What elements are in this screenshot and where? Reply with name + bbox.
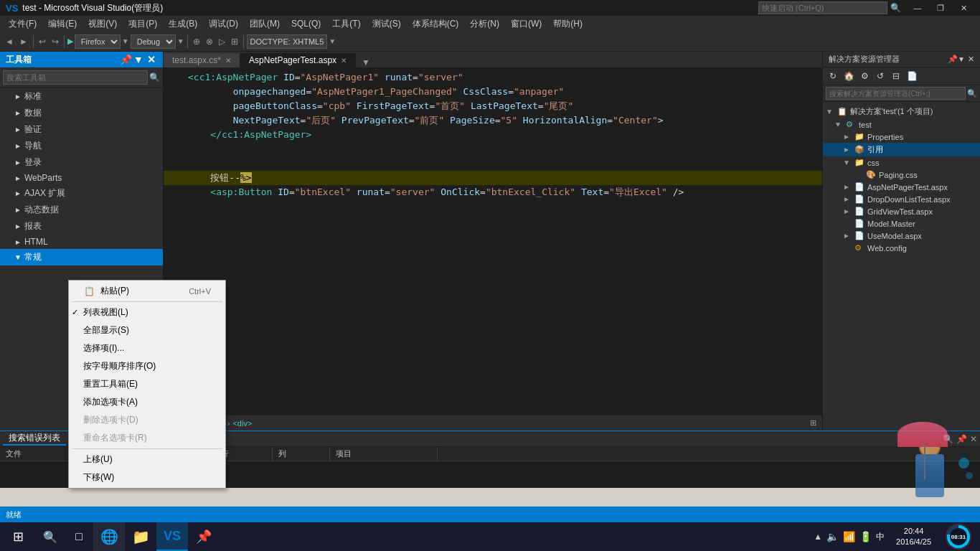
solution-search-input[interactable] [826,87,966,100]
toolbox-category-WebParts[interactable]: ►WebParts [0,171,163,185]
toolbar-icon4[interactable]: ⊞ [229,37,240,47]
tab-close-icon[interactable]: ✕ [225,57,231,65]
doctype-label: DOCTYPE: XHTML5 [247,34,328,49]
menu-item-P[interactable]: 项目(P) [123,16,163,32]
solution-close-icon[interactable]: ✕ [968,55,974,64]
toolbox-category-标准[interactable]: ►标准 [0,88,163,105]
code-editor[interactable]: <cc1:AspNetPager ID="AspNetPager1" runat… [164,67,822,415]
redo-icon[interactable]: ↪ [50,37,61,47]
context-menu-item-6[interactable]: 添加选项卡(A) [69,393,225,411]
editor-tab-AspNetPagerTestaspx[interactable]: AspNetPagerTest.aspx✕ [240,53,356,67]
task-view-button[interactable]: □ [65,522,93,551]
menu-item-T[interactable]: 工具(T) [326,16,366,32]
tree-item-css-folder[interactable]: ▼ 📁 css [823,156,980,169]
toolbox-category-AJAX 扩展[interactable]: ►AJAX 扩展 [0,185,163,202]
forward-icon[interactable]: ► [17,37,30,47]
tab-add-button[interactable]: ▼ [356,57,376,67]
context-menu-item-paste[interactable]: 📋 粘贴(P) Ctrl+V [69,282,225,300]
taskbar-app-vs[interactable]: VS [156,522,188,551]
back-icon[interactable]: ◄ [3,37,16,47]
menu-item-N[interactable]: 分析(N) [464,16,505,32]
solution-pin-icon[interactable]: 📌 [948,55,958,64]
menu-item-B[interactable]: 生成(B) [163,16,203,32]
tree-item-paging-css[interactable]: ► 🎨 Paging.css [823,169,980,181]
toolbox-category-动态数据[interactable]: ►动态数据 [0,202,163,218]
debug-mode-select[interactable]: Debug [131,34,176,49]
bottom-tab-errors[interactable]: 搜索错误列表 [3,432,66,446]
context-menu-item-10[interactable]: 下移(W) [69,468,225,486]
tab-close-icon[interactable]: ✕ [341,57,347,65]
toolbox-category-报表[interactable]: ►报表 [0,218,163,235]
tray-icon-lang[interactable]: 中 [876,531,885,543]
menu-item-H[interactable]: 帮助(H) [547,16,588,32]
sol-toolbar-home-btn[interactable]: 🏠 [842,69,856,83]
solution-dropdown-icon[interactable]: ▼ [958,55,965,63]
quick-launch-input[interactable] [758,1,887,14]
menu-item-C[interactable]: 体系结构(C) [407,16,465,32]
toolbar-icon3[interactable]: ▷ [217,37,227,47]
start-button[interactable]: ⊞ [0,522,36,551]
tree-item-aspnetpager-aspx[interactable]: ► 📄 AspNetPagerTest.aspx [823,181,980,193]
tree-item-usemodel-aspx[interactable]: ► 📄 UseModel.aspx [823,230,980,242]
tree-item-webconfig[interactable]: ► ⚙ Web.config [823,242,980,254]
context-menu-item-4[interactable]: 按字母顺序排序(O) [69,357,225,375]
context-menu-item-9[interactable]: 上移(U) [69,451,225,468]
menu-item-W[interactable]: 窗口(W) [505,16,547,32]
taskbar-clock[interactable]: 20:44 2016/4/25 [890,526,937,548]
dropdown-arrow-icon: ▼ [122,37,129,45]
menu-item-F[interactable]: 文件(F) [3,16,42,32]
menu-item-E[interactable]: 编辑(E) [42,16,83,32]
menu-item-D[interactable]: 调试(D) [203,16,244,32]
context-menu-item-2[interactable]: 全部显示(S) [69,321,225,339]
undo-icon[interactable]: ↩ [37,37,48,47]
tray-icon-2[interactable]: 📶 [843,531,855,542]
toolbox-category-数据[interactable]: ►数据 [0,105,163,121]
tray-icon-3[interactable]: 🔋 [859,531,872,542]
browser-select[interactable]: Firefox [75,34,121,49]
tree-item-model-master[interactable]: ► 📄 Model.Master [823,217,980,230]
toolbox-pin-btn[interactable]: 📌 [120,54,131,65]
tree-item-references[interactable]: ► 📦 引用 [823,143,980,156]
close-button[interactable]: ✕ [953,1,974,15]
toolbox-dropdown-btn[interactable]: ▼ [133,54,144,65]
menu-item-SQLQ[interactable]: SQL(Q) [286,16,326,32]
toolbar-icon2[interactable]: ⊗ [204,37,215,47]
toolbox-category-HTML[interactable]: ►HTML [0,235,163,249]
toolbox-category-验证[interactable]: ►验证 [0,121,163,138]
context-menu-item-1[interactable]: ✓列表视图(L) [69,303,225,321]
taskbar-app-browser[interactable]: 🌐 [93,522,125,551]
minimize-button[interactable]: — [907,1,928,15]
context-menu-item-3[interactable]: 选择项(I)... [69,339,225,357]
tray-up-icon[interactable]: ▲ [814,532,822,542]
taskbar-search[interactable]: 🔍 [36,522,65,551]
toolbox-category-导航[interactable]: ►导航 [0,138,163,154]
tree-item-solution[interactable]: ▼ 📋 解决方案'test'(1 个项目) [823,105,980,118]
maximize-button[interactable]: ❐ [930,1,951,15]
toolbox-search-input[interactable] [3,70,148,85]
tree-item-gridview-aspx[interactable]: ► 📄 GridViewTest.aspx [823,205,980,217]
menu-item-V[interactable]: 视图(V) [83,16,123,32]
context-menu[interactable]: 📋 粘贴(P) Ctrl+V ✓列表视图(L)全部显示(S)选择项(I)...按… [68,280,226,489]
sol-toolbar-refresh-btn[interactable]: ↺ [873,69,887,83]
sol-toolbar-showfiles-btn[interactable]: 📄 [905,69,919,83]
taskbar-app-files[interactable]: 📁 [125,522,156,551]
breadcrumb-expand-icon[interactable]: ⊞ [810,418,816,428]
toolbox-category-常规[interactable]: ▼常规 [0,249,163,265]
toolbox-close-btn[interactable]: ✕ [146,54,157,65]
toolbox-category-登录[interactable]: ►登录 [0,154,163,171]
tray-icon-1[interactable]: 🔈 [826,531,839,542]
sol-toolbar-collapse-btn[interactable]: ⊟ [889,69,903,83]
tree-item-properties[interactable]: ► 📁 Properties [823,131,980,143]
tree-item-project[interactable]: ▼ ⚙ test [823,118,980,131]
context-menu-item-5[interactable]: 重置工具箱(E) [69,375,225,393]
sol-toolbar-settings-btn[interactable]: ⚙ [857,69,872,83]
tree-item-dropdownlist-aspx[interactable]: ► 📄 DropDownListTest.aspx [823,193,980,205]
sol-toolbar-sync-btn[interactable]: ↻ [826,69,840,83]
doctype-dropdown-icon[interactable]: ▼ [329,37,336,45]
breadcrumb-div[interactable]: <div> [232,419,252,428]
taskbar-app-pin1[interactable]: 📌 [188,522,220,551]
toolbar-icon1[interactable]: ⊕ [191,37,202,47]
menu-item-M[interactable]: 团队(M) [244,16,286,32]
menu-item-S[interactable]: 测试(S) [367,16,407,32]
editor-tab-testaspxcs[interactable]: test.aspx.cs*✕ [164,53,240,67]
